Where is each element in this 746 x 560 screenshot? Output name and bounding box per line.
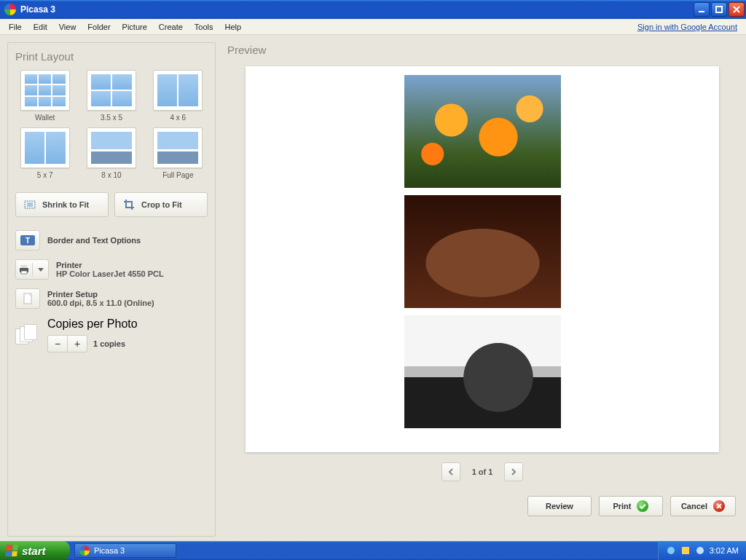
taskbar: start Picasa 3 3:02 AM xyxy=(0,541,746,560)
menu-edit[interactable]: Edit xyxy=(28,21,53,33)
layout-label: 8 x 10 xyxy=(101,171,121,179)
printer-selector[interactable]: Printer HP Color LaserJet 4550 PCL xyxy=(15,259,208,280)
system-tray[interactable]: 3:02 AM xyxy=(658,541,746,560)
menu-create[interactable]: Create xyxy=(153,21,189,33)
menu-picture[interactable]: Picture xyxy=(117,21,153,33)
preview-heading: Preview xyxy=(227,44,739,56)
svg-rect-3 xyxy=(27,202,33,207)
layout-3_5x5[interactable]: 3.5 x 5 xyxy=(82,70,141,122)
shrink-to-fit-button[interactable]: Shrink to Fit xyxy=(15,192,109,217)
pager-prev-button[interactable] xyxy=(441,462,460,481)
tray-icon-2 xyxy=(680,545,691,556)
copies-decrement-button[interactable]: − xyxy=(47,335,68,352)
layout-5x7[interactable]: 5 x 7 xyxy=(15,127,74,179)
svg-rect-9 xyxy=(682,547,689,554)
copies-label: Copies per Photo xyxy=(47,318,138,331)
close-button[interactable] xyxy=(729,2,745,17)
start-button[interactable]: start xyxy=(0,541,70,560)
preview-photo-3 xyxy=(404,315,561,428)
pager-label: 1 of 1 xyxy=(472,468,493,476)
crop-icon xyxy=(122,198,136,211)
print-layout-heading: Print Layout xyxy=(15,50,208,63)
layout-label: 3.5 x 5 xyxy=(101,114,122,122)
menubar: File Edit View Folder Picture Create Too… xyxy=(0,19,746,35)
svg-rect-6 xyxy=(21,271,27,274)
review-button[interactable]: Review xyxy=(527,496,592,516)
copies-value: 1 copies xyxy=(93,339,125,348)
preview-panel: Preview 1 of 1 Review Print Cancel xyxy=(226,42,739,537)
menu-folder[interactable]: Folder xyxy=(82,21,116,33)
preview-photo-2 xyxy=(404,195,561,308)
border-text-options-button[interactable]: T Border and Text Options xyxy=(15,230,208,251)
tray-icon-3 xyxy=(695,545,705,556)
menu-file[interactable]: File xyxy=(3,21,28,33)
layout-wallet[interactable]: Wallet xyxy=(15,70,74,122)
layout-label: 5 x 7 xyxy=(37,171,53,179)
printer-icon xyxy=(17,263,31,276)
layout-4x6[interactable]: 4 x 6 xyxy=(149,70,208,122)
print-layout-panel: Print Layout Wallet 3.5 x 5 xyxy=(7,42,216,537)
maximize-button[interactable] xyxy=(711,2,727,17)
preview-photo-1 xyxy=(404,75,561,188)
picasa-logo-icon xyxy=(79,545,90,556)
clock: 3:02 AM xyxy=(710,546,739,555)
menu-help[interactable]: Help xyxy=(219,21,248,33)
layout-label: 4 x 6 xyxy=(170,114,186,122)
layout-8x10[interactable]: 8 x 10 xyxy=(82,127,141,179)
svg-rect-1 xyxy=(716,7,722,12)
layout-label: Wallet xyxy=(35,114,55,122)
check-icon xyxy=(637,500,648,512)
menu-tools[interactable]: Tools xyxy=(189,21,219,33)
copies-icon xyxy=(15,324,40,346)
window-title: Picasa 3 xyxy=(20,4,692,15)
cancel-icon xyxy=(713,500,725,512)
svg-rect-0 xyxy=(699,11,704,12)
windows-logo-icon xyxy=(5,545,18,556)
preview-page xyxy=(246,66,719,452)
svg-point-10 xyxy=(696,547,704,554)
printer-setup-button[interactable]: Printer Setup 600.0 dpi, 8.5 x 11.0 (Onl… xyxy=(15,288,208,309)
text-options-icon: T xyxy=(20,235,35,245)
shrink-icon xyxy=(23,198,36,211)
menu-view[interactable]: View xyxy=(53,21,82,33)
print-button[interactable]: Print xyxy=(599,496,663,516)
window-titlebar: Picasa 3 xyxy=(0,0,746,19)
picasa-logo-icon xyxy=(4,4,16,15)
page-icon xyxy=(21,292,34,305)
layout-full-page[interactable]: Full Page xyxy=(149,127,208,179)
taskbar-app-picasa[interactable]: Picasa 3 xyxy=(74,543,176,558)
crop-to-fit-button[interactable]: Crop to Fit xyxy=(114,192,208,217)
layout-label: Full Page xyxy=(162,171,193,179)
minimize-button[interactable] xyxy=(694,2,710,17)
pager-next-button[interactable] xyxy=(504,462,523,481)
svg-rect-5 xyxy=(21,265,27,268)
cancel-button[interactable]: Cancel xyxy=(670,496,736,516)
tray-icon-1 xyxy=(666,545,676,556)
copies-increment-button[interactable]: + xyxy=(67,335,87,352)
google-signin-link[interactable]: Sign in with Google Account xyxy=(637,23,743,31)
svg-point-8 xyxy=(667,547,675,554)
chevron-down-icon xyxy=(38,268,44,272)
